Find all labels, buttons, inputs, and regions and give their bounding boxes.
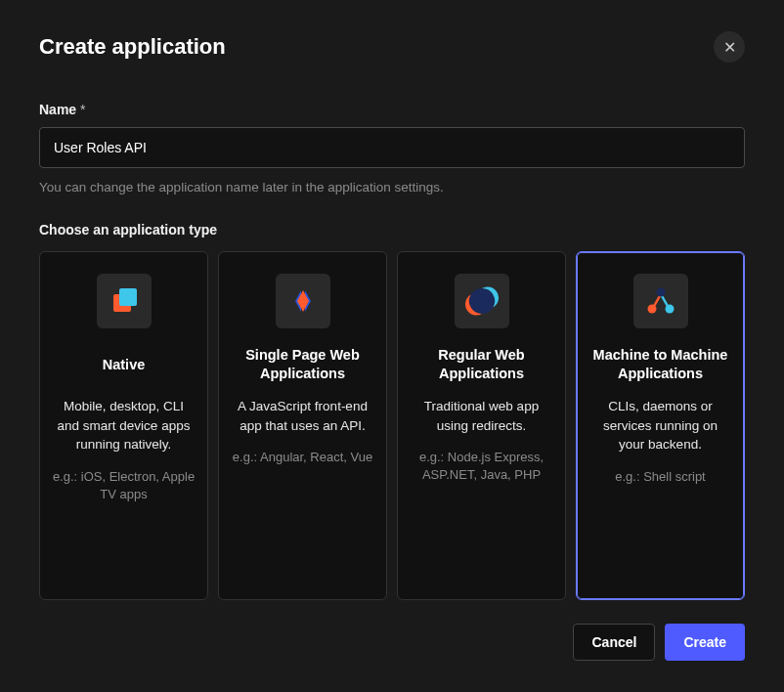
svg-point-9 bbox=[647, 305, 656, 314]
card-regular-web[interactable]: Regular Web Applications Traditional web… bbox=[397, 251, 566, 600]
m2m-icon bbox=[633, 274, 688, 328]
svg-rect-1 bbox=[119, 288, 137, 306]
card-title: Machine to Machine Applications bbox=[588, 346, 732, 383]
close-icon: ✕ bbox=[723, 38, 736, 57]
card-m2m[interactable]: Machine to Machine Applications CLIs, da… bbox=[576, 251, 745, 600]
spa-icon bbox=[276, 274, 330, 328]
svg-point-10 bbox=[665, 305, 674, 314]
close-button[interactable]: ✕ bbox=[714, 31, 745, 63]
regular-web-icon bbox=[455, 274, 509, 328]
card-example: e.g.: Shell script bbox=[615, 468, 706, 486]
svg-point-5 bbox=[469, 288, 495, 314]
card-desc: Traditional web app using redirects. bbox=[410, 397, 553, 435]
card-desc: CLIs, daemons or services running on you… bbox=[588, 397, 732, 454]
card-title: Single Page Web Applications bbox=[231, 346, 374, 383]
native-icon bbox=[97, 274, 152, 328]
name-required-indicator: * bbox=[80, 102, 85, 117]
svg-marker-4 bbox=[297, 290, 309, 312]
svg-point-8 bbox=[656, 288, 665, 297]
card-title: Regular Web Applications bbox=[410, 346, 553, 383]
dialog-footer: Cancel Create bbox=[39, 624, 745, 661]
card-desc: A JavaScript front-end app that uses an … bbox=[231, 397, 374, 435]
application-type-cards: Native Mobile, desktop, CLI and smart de… bbox=[39, 251, 745, 600]
card-example: e.g.: Angular, React, Vue bbox=[233, 449, 372, 466]
card-example: e.g.: iOS, Electron, Apple TV apps bbox=[52, 468, 196, 503]
name-label-text: Name bbox=[39, 102, 76, 117]
create-application-dialog: Create application ✕ Name * You can chan… bbox=[0, 0, 784, 692]
card-title: Native bbox=[103, 346, 146, 383]
card-example: e.g.: Node.js Express, ASP.NET, Java, PH… bbox=[410, 449, 553, 484]
card-native[interactable]: Native Mobile, desktop, CLI and smart de… bbox=[39, 251, 208, 600]
name-input[interactable] bbox=[39, 127, 745, 168]
name-label: Name * bbox=[39, 102, 745, 117]
card-spa[interactable]: Single Page Web Applications A JavaScrip… bbox=[218, 251, 387, 600]
name-helper-text: You can change the application name late… bbox=[39, 180, 745, 195]
dialog-header: Create application ✕ bbox=[39, 31, 745, 63]
card-desc: Mobile, desktop, CLI and smart device ap… bbox=[52, 397, 196, 454]
type-section-label: Choose an application type bbox=[39, 222, 745, 238]
create-button[interactable]: Create bbox=[665, 624, 745, 661]
dialog-title: Create application bbox=[39, 34, 226, 60]
cancel-button[interactable]: Cancel bbox=[573, 624, 655, 661]
